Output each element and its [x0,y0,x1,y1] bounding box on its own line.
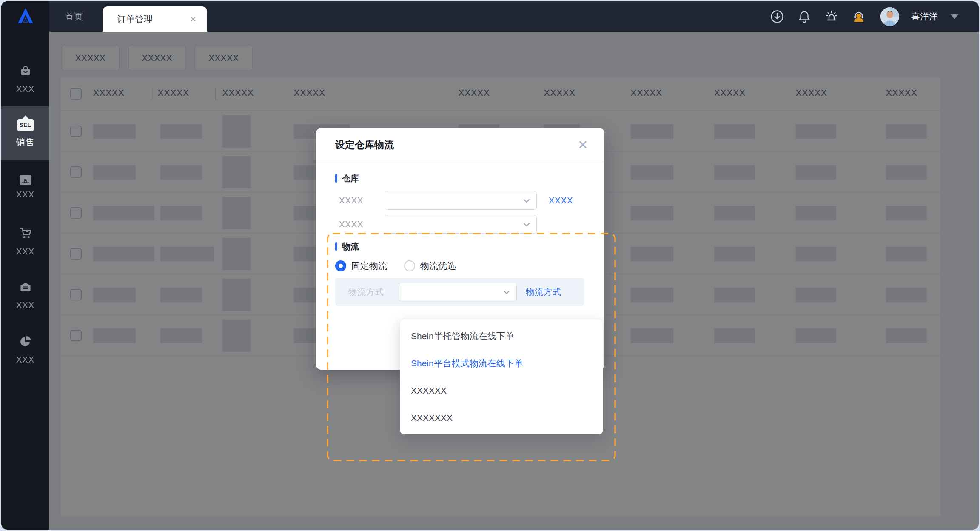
logistics-method-box: 物流方式 物流方式 [335,278,584,306]
tab-home[interactable]: 首页 [65,1,83,32]
modal-close-icon[interactable]: ✕ [578,139,588,151]
sidebar-item-label: XXX [16,190,34,200]
section-accent-bar [335,242,337,251]
radio-fixed-logistics[interactable]: 固定物流 [335,260,387,272]
siren-icon[interactable] [823,9,840,25]
radio-control[interactable] [404,260,415,271]
app-window: 首页 订单管理 × [1,1,979,530]
modal-title: 设定仓库物流 [335,138,394,151]
logistics-method-link[interactable]: 物流方式 [526,286,561,298]
dropdown-option[interactable]: Shein平台模式物流在线下单 [400,350,603,377]
user-menu-caret-icon[interactable] [951,14,958,19]
warehouse-row-2-label: XXXX [335,220,385,229]
radio-control[interactable] [335,260,346,271]
tab-close-icon[interactable]: × [190,14,196,24]
sel-tag-icon: SEL [17,119,34,131]
tab-home-label: 首页 [65,11,83,23]
warehouse-select-1[interactable] [385,191,537,210]
sidebar-item-2[interactable]: a XXX [1,160,49,214]
sidebar-item-3[interactable]: XXX [1,214,49,268]
sidebar-item-label: XXX [16,355,34,365]
sidebar-item-label: 销售 [16,136,35,148]
modal-header: 设定仓库物流 ✕ [316,128,604,162]
topbar-actions: 喜洋洋 [769,1,958,32]
tab-order-label: 订单管理 [117,13,190,25]
radio-label: 固定物流 [351,260,387,272]
warehouse-row-1: XXXX XXXX [335,191,586,210]
cart-icon [19,226,32,242]
dropdown-option[interactable]: Shein半托管物流在线下单 [400,323,603,350]
warehouse-section-title: 仓库 [335,172,586,184]
logistics-method-label: 物流方式 [348,286,399,298]
pie-icon [19,334,32,350]
logo-a-icon [17,7,34,26]
sidebar-item-label: XXX [16,84,34,94]
headset-icon[interactable] [851,9,867,25]
logistics-section-label: 物流 [342,241,359,252]
warehouse-row-1-label: XXXX [335,196,385,206]
warehouse-link[interactable]: XXXX [549,196,573,206]
sidebar-item-label: XXX [16,300,34,310]
warehouse-section-label: 仓库 [342,173,359,184]
warehouse-icon [19,281,32,295]
app-logo[interactable] [1,1,49,32]
sidebar: XXX SEL 销售 a XXX XXX [1,32,49,530]
bag-icon [19,65,32,79]
sidebar-item-sales[interactable]: SEL 销售 [1,106,49,160]
modal-body: 仓库 XXXX XXXX XXXX 物流 [316,162,604,306]
warehouse-row-2: XXXX [335,215,586,234]
dropdown-option[interactable]: XXXXXX [400,377,603,404]
warehouse-select-2[interactable] [385,215,537,234]
sidebar-item-5[interactable]: XXX [1,323,49,377]
sidebar-item-label: XXX [16,247,34,257]
tab-order-management[interactable]: 订单管理 × [103,6,207,32]
logistics-section-title: 物流 [335,240,586,252]
logistics-radio-group: 固定物流 物流优选 [335,260,586,272]
amazon-icon: a [20,175,31,185]
chevron-down-icon [523,199,530,203]
radio-label: 物流优选 [420,260,456,272]
download-icon[interactable] [769,9,785,25]
topbar: 首页 订单管理 × [1,1,979,32]
radio-preferred-logistics[interactable]: 物流优选 [404,260,456,272]
user-name[interactable]: 喜洋洋 [911,11,938,23]
user-avatar[interactable] [880,7,899,26]
chevron-down-icon [523,223,530,227]
logistics-method-dropdown: Shein半托管物流在线下单 Shein平台模式物流在线下单 XXXXXX XX… [400,319,603,434]
sidebar-item-4[interactable]: XXX [1,268,49,323]
chevron-down-icon [503,290,510,294]
sidebar-item-0[interactable]: XXX [1,52,49,106]
dropdown-option[interactable]: XXXXXXX [400,404,603,431]
bell-icon[interactable] [796,9,812,25]
logistics-method-select[interactable] [399,283,517,301]
section-accent-bar [335,174,337,183]
